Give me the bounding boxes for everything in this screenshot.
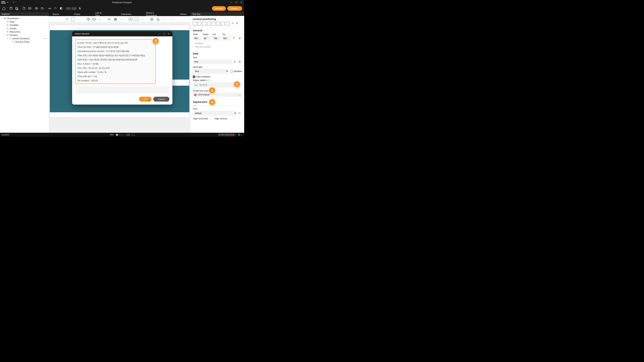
close-icon[interactable]: ✕	[240, 1, 242, 4]
ok-button[interactable]: OK	[139, 97, 152, 102]
more-icon[interactable]: •••	[44, 37, 46, 40]
code-icon[interactable]: </>	[48, 6, 52, 10]
package-icon[interactable]: ⌄	[41, 6, 44, 10]
pos-center-icon[interactable]: ✶	[235, 22, 239, 25]
dialog-close-icon[interactable]: ✕	[168, 32, 170, 35]
ribbon-more-6[interactable]: •••	[171, 18, 174, 20]
ribbon-image-icon[interactable]	[150, 17, 154, 21]
width-input[interactable]	[193, 36, 201, 40]
info-icon[interactable]: i	[207, 79, 210, 82]
pos-anchor-1[interactable]	[193, 22, 196, 25]
tree-resources[interactable]: 🗀Resources	[0, 30, 49, 33]
list-item[interactable]: Max. 6 chars: ^.{0,6}$	[76, 62, 155, 66]
ribbon-input-icon[interactable]	[135, 17, 138, 21]
dialog-maximize-icon[interactable]: ▢	[163, 32, 165, 35]
pos-anchor-5[interactable]	[212, 22, 215, 25]
tree-textbox[interactable]: ▭Text box [Text]	[0, 40, 49, 43]
connection-status[interactable]: hNot connected	[217, 133, 236, 136]
ribbon-more-5[interactable]: •••	[162, 18, 165, 20]
lock-icon[interactable]: 🔒	[238, 35, 242, 40]
list-item[interactable]: Text_Text: ^[A-Za-z]+_[A-Za-z]+$	[76, 66, 155, 70]
tree-data[interactable]: 🗀Data	[0, 20, 49, 23]
undo-dropdown-icon[interactable]: ⌄	[10, 1, 11, 4]
box-web-icon[interactable]: www	[66, 6, 70, 10]
ribbon-more-1[interactable]: •••	[77, 18, 80, 20]
box-edge-icon[interactable]: edge	[72, 6, 76, 10]
home-icon[interactable]	[2, 6, 6, 10]
upload-button[interactable]: Upload	[227, 6, 242, 11]
inputtype-select[interactable]: Text	[193, 69, 228, 74]
maximize-icon[interactable]: ❐	[235, 1, 237, 4]
tree-screen1[interactable]: ▾▭Screen (Screen1)•••	[0, 37, 49, 40]
font-select[interactable]: default	[193, 111, 236, 116]
invalidcolor-picker[interactable]: #FFFF6E40 ⌄	[193, 93, 242, 97]
pos-anchor-3[interactable]	[202, 22, 206, 25]
cancel-button[interactable]: Cancel	[153, 97, 170, 102]
tree-visualization[interactable]: ▾▥Visualization	[0, 16, 49, 20]
new-file-icon[interactable]	[22, 6, 26, 10]
chevron-down-icon[interactable]: ⌄	[239, 93, 240, 96]
pos-anchor-2[interactable]	[198, 22, 201, 25]
regex-input[interactable]	[193, 82, 236, 87]
multiline-checkbox[interactable]	[230, 70, 233, 72]
ribbon-ok-icon[interactable]: OK	[129, 17, 132, 21]
left-input[interactable]	[212, 36, 221, 40]
ribbon-pill-icon[interactable]	[92, 17, 96, 21]
delete-icon[interactable]: 🗑	[238, 60, 242, 64]
tab-others[interactable]: Others	[176, 12, 190, 16]
minimize-icon[interactable]: —	[230, 1, 232, 4]
ribbon-more-2[interactable]: •••	[98, 18, 101, 20]
ribbon-more-4[interactable]: •••	[141, 18, 144, 20]
ribbon-list-icon[interactable]	[108, 17, 111, 21]
open-folder-icon[interactable]	[28, 6, 32, 10]
redo-dropdown-icon[interactable]: ⌄	[15, 1, 16, 4]
save-icon[interactable]	[9, 6, 13, 10]
pos-anchor-4[interactable]	[207, 22, 211, 25]
save-all-icon[interactable]	[15, 6, 18, 10]
titlesub-collapse[interactable]: › Title and subtitle	[193, 45, 242, 49]
list-item[interactable]: Date (DE): (0[1-9]|1[0-9]|2[0-9]|3[01])\…	[76, 53, 155, 57]
hub-icon[interactable]: h	[78, 6, 82, 10]
settings-icon[interactable]: ⌄	[35, 6, 39, 10]
font-format-icon[interactable]: TT	[238, 111, 242, 115]
list-item[interactable]: No numbers: ^(\D)+$	[76, 78, 155, 83]
top-input[interactable]	[222, 36, 230, 40]
datavalidation-checkbox[interactable]	[193, 76, 195, 78]
link-icon[interactable]: 🔗	[232, 60, 237, 64]
pos-anchor-7[interactable]	[221, 22, 225, 25]
tab-interactive[interactable]: Interactive	[117, 12, 135, 16]
resize-handle-right[interactable]	[189, 82, 190, 83]
zoom-100-button[interactable]: 100	[126, 134, 130, 136]
height-input[interactable]	[202, 36, 211, 40]
tree-scripts[interactable]: ▸🗀Scripts	[0, 27, 49, 30]
text-input[interactable]	[193, 59, 232, 64]
dialog-minimize-icon[interactable]: —	[158, 32, 160, 35]
tab-basics[interactable]: Basics	[49, 12, 63, 16]
ribbon-more-3[interactable]: •••	[120, 18, 122, 20]
tree-screens[interactable]: ▾🗀Screens	[0, 33, 49, 37]
text-style-icon[interactable]: TT	[54, 6, 57, 10]
pos-anchor-8[interactable]	[226, 22, 230, 25]
ribbon-pie-icon[interactable]	[86, 17, 90, 21]
tab-charts[interactable]: Charts	[70, 12, 84, 16]
list-item[interactable]: E-mail: ^\w+([-+.']\w+)*@\w+([-.]\w+)*\.…	[76, 41, 155, 45]
redo-icon[interactable]: ↷	[12, 1, 14, 4]
visibility-icon[interactable]: 👁	[232, 35, 236, 40]
zoom-slider[interactable]	[116, 135, 124, 135]
preview-button[interactable]: Preview	[212, 6, 226, 11]
ribbon-text-icon[interactable]: T	[65, 17, 69, 21]
ribbon-pdf-icon[interactable]: PDF	[156, 17, 160, 21]
padding-collapse[interactable]: › Padding	[193, 41, 242, 45]
ribbon-rect-icon[interactable]	[71, 17, 75, 21]
list-item[interactable]: Date (EN): ^(0[1-9]|1[0-2])\/(0[1-9]|1\d…	[76, 57, 155, 62]
theme-icon[interactable]	[59, 6, 63, 10]
globe-icon[interactable]: 🌐 ⌄	[238, 134, 242, 136]
list-item[interactable]: International phone number: ^\+(?:[0-9] …	[76, 49, 155, 53]
tree-variables[interactable]: 🗀Variables	[0, 23, 49, 27]
pos-anchor-6[interactable]	[216, 22, 220, 25]
pos-expand-icon[interactable]: ⤢	[230, 22, 234, 25]
list-item[interactable]: Time (hh:mm): ^(?:\d|[01]\d|2[0-3]):[0-5…	[76, 45, 155, 49]
list-item[interactable]: Starts with number: ^[1-9]+.*$	[76, 70, 155, 74]
zoom-fit-button[interactable]: ↔	[132, 134, 134, 136]
ribbon-table-icon[interactable]	[114, 17, 117, 21]
